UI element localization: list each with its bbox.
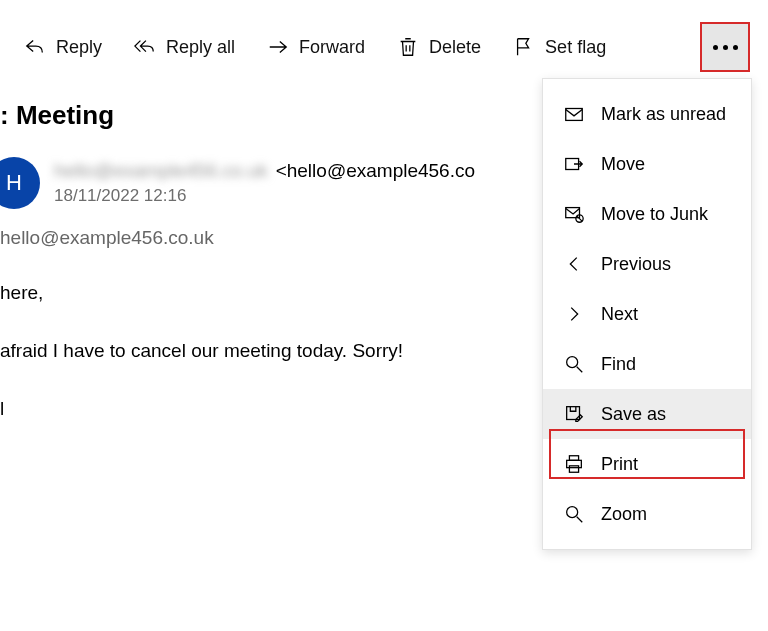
- flag-icon: [513, 36, 535, 58]
- menu-zoom[interactable]: Zoom: [543, 489, 751, 539]
- more-actions-button[interactable]: [700, 22, 750, 72]
- menu-move-to-junk-label: Move to Junk: [601, 204, 708, 225]
- junk-icon: [563, 203, 585, 225]
- delete-label: Delete: [429, 37, 481, 58]
- set-flag-button[interactable]: Set flag: [513, 36, 606, 58]
- svg-rect-8: [569, 466, 578, 472]
- ellipsis-icon: [713, 45, 738, 50]
- svg-point-4: [567, 357, 578, 368]
- menu-save-as-label: Save as: [601, 404, 666, 425]
- avatar: H: [0, 157, 40, 209]
- zoom-icon: [563, 503, 585, 525]
- menu-find-label: Find: [601, 354, 636, 375]
- more-actions-menu: Mark as unread Move Move to Junk Previou…: [542, 78, 752, 550]
- print-icon: [563, 453, 585, 475]
- forward-icon: [267, 36, 289, 58]
- menu-mark-unread[interactable]: Mark as unread: [543, 89, 751, 139]
- delete-button[interactable]: Delete: [397, 36, 481, 58]
- menu-next-label: Next: [601, 304, 638, 325]
- reply-all-icon: [134, 36, 156, 58]
- reply-button[interactable]: Reply: [24, 36, 102, 58]
- svg-point-9: [567, 507, 578, 518]
- menu-next[interactable]: Next: [543, 289, 751, 339]
- menu-zoom-label: Zoom: [601, 504, 647, 525]
- menu-find[interactable]: Find: [543, 339, 751, 389]
- menu-save-as[interactable]: Save as: [543, 389, 751, 439]
- chevron-right-icon: [563, 303, 585, 325]
- move-icon: [563, 153, 585, 175]
- chevron-left-icon: [563, 253, 585, 275]
- menu-print-label: Print: [601, 454, 638, 475]
- menu-previous[interactable]: Previous: [543, 239, 751, 289]
- search-icon: [563, 353, 585, 375]
- menu-print[interactable]: Print: [543, 439, 751, 489]
- reply-label: Reply: [56, 37, 102, 58]
- trash-icon: [397, 36, 419, 58]
- menu-previous-label: Previous: [601, 254, 671, 275]
- menu-mark-unread-label: Mark as unread: [601, 104, 726, 125]
- sender-name: hello@example456.co.uk: [54, 160, 268, 182]
- sender-email: <hello@example456.co: [276, 160, 475, 182]
- reply-all-label: Reply all: [166, 37, 235, 58]
- menu-move-label: Move: [601, 154, 645, 175]
- menu-move[interactable]: Move: [543, 139, 751, 189]
- svg-rect-6: [569, 456, 578, 461]
- save-icon: [563, 403, 585, 425]
- reply-icon: [24, 36, 46, 58]
- envelope-icon: [563, 103, 585, 125]
- menu-move-to-junk[interactable]: Move to Junk: [543, 189, 751, 239]
- svg-rect-0: [566, 109, 583, 121]
- forward-label: Forward: [299, 37, 365, 58]
- reply-all-button[interactable]: Reply all: [134, 36, 235, 58]
- forward-button[interactable]: Forward: [267, 36, 365, 58]
- email-timestamp: 18/11/2022 12:16: [54, 186, 475, 206]
- set-flag-label: Set flag: [545, 37, 606, 58]
